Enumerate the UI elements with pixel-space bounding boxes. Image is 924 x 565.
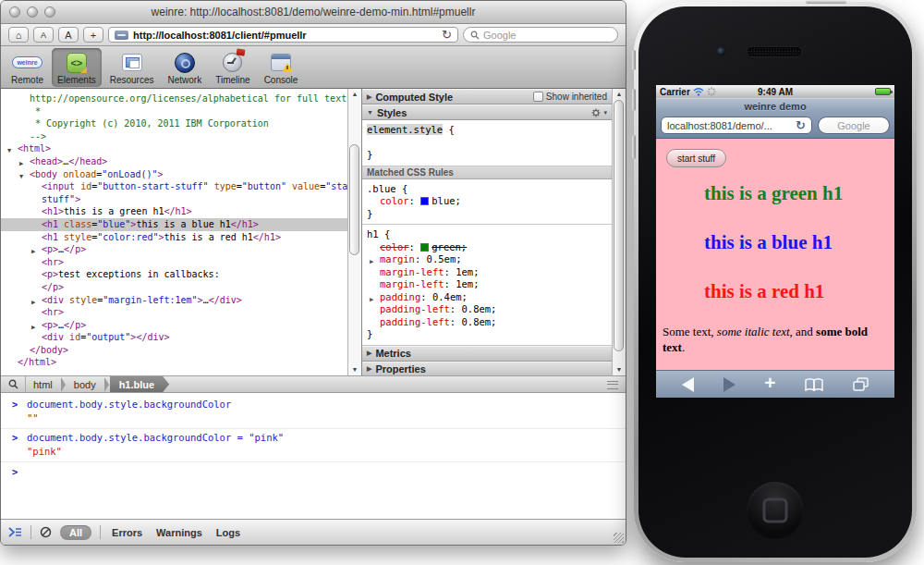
css-property[interactable]: ▶padding: 0.4em; (367, 291, 607, 304)
forward-icon[interactable] (723, 377, 736, 392)
breadcrumb-item-h1.blue[interactable]: h1.blue (110, 376, 170, 392)
new-tab-button[interactable]: + (83, 27, 103, 43)
mobile-address-text: localhost:8081/demo/... (667, 120, 772, 131)
toolbar-button-timeline[interactable]: Timeline (210, 48, 255, 87)
filter-all[interactable]: All (60, 525, 91, 540)
bookmarks-icon[interactable] (805, 378, 823, 391)
home-button-phone[interactable] (747, 482, 804, 539)
css-property[interactable]: margin-left: 1em; (367, 278, 607, 291)
styles-gear-button[interactable]: ▾ (591, 108, 607, 117)
home-button[interactable]: ⌂ (8, 27, 29, 43)
css-rule-selector[interactable]: h1 { (367, 228, 607, 241)
breadcrumb-item-html[interactable]: html (26, 376, 60, 392)
css-property[interactable]: color: blue; (367, 195, 607, 208)
tree-node[interactable]: ▶<p>…</p> (1, 243, 347, 256)
tree-node[interactable]: <div id="output"></div> (1, 331, 347, 344)
css-property[interactable]: padding-left: 0.8em; (367, 316, 607, 329)
toolbar-button-resources[interactable]: Resources (104, 48, 160, 87)
filter-errors[interactable]: Errors (109, 527, 145, 538)
css-property-value: 1em; (456, 278, 479, 289)
close-window-button[interactable] (9, 6, 20, 18)
tree-node[interactable]: <p>test exceptions in callbacks: (1, 268, 347, 281)
tree-node[interactable]: <hr> (1, 306, 347, 319)
volume-down-button[interactable] (632, 135, 636, 159)
toolbar-button-network[interactable]: Network (163, 48, 208, 87)
pages-icon[interactable] (853, 377, 869, 391)
filter-logs[interactable]: Logs (213, 527, 243, 538)
breadcrumb-item-body[interactable]: body (67, 376, 103, 392)
search-input[interactable]: Google (463, 27, 618, 43)
tree-node[interactable]: <input id="button-start-stuff" type="but… (1, 180, 347, 193)
zoom-window-button[interactable] (44, 6, 55, 18)
tree-node[interactable]: </body> (1, 344, 347, 357)
power-button[interactable] (806, 0, 846, 4)
tree-node[interactable]: * Copyright (c) 2010, 2011 IBM Corporati… (1, 117, 347, 130)
toolbar-button-console[interactable]: Console (259, 48, 304, 87)
tree-node[interactable]: </html> (1, 356, 347, 369)
phone-face: Carrier 9:49 AM weinre demo localhost:80… (638, 6, 912, 558)
tree-node[interactable]: http://opensource.org/licenses/alphabeti… (1, 92, 347, 105)
window-resize-grip[interactable] (614, 533, 624, 543)
tree-node[interactable]: </p> (1, 281, 347, 294)
address-input[interactable]: http://localhost:8081/client/#pmuellr ↻ (108, 27, 458, 43)
mobile-reload-icon[interactable]: ↻ (796, 118, 806, 132)
tree-node[interactable]: <h1 class="blue">this is a blue h1</h1> (1, 218, 347, 231)
styles-sidebar: ▶ Computed Style Show inherited ▼ Styles… (361, 89, 612, 375)
font-smaller-button[interactable]: A (33, 27, 54, 43)
scroll-down-icon[interactable]: ▼ (348, 365, 361, 375)
filter-warnings[interactable]: Warnings (153, 527, 205, 538)
scrollbar-thumb[interactable] (349, 144, 359, 255)
clear-console-icon[interactable] (40, 526, 52, 538)
css-property[interactable]: color: green; (367, 241, 607, 254)
sidebar-section-metrics[interactable]: ▶Metrics (362, 346, 612, 362)
styles-scrollbar[interactable]: ▲ ▼ (612, 89, 626, 375)
tree-node[interactable]: ▶<div style="margin-left:1em">…</div> (1, 294, 347, 307)
volume-up-button[interactable] (632, 89, 636, 111)
start-stuff-button[interactable]: start stuff (666, 149, 726, 167)
mobile-address-input[interactable]: localhost:8081/demo/... ↻ (661, 117, 812, 134)
css-property-name: margin-left (380, 266, 444, 277)
show-inherited-checkbox[interactable] (533, 92, 543, 102)
element-style-rule[interactable]: element.style { } (362, 120, 612, 166)
tree-node[interactable]: <h1 style="color:red">this is a red h1</… (1, 231, 347, 244)
minimize-window-button[interactable] (27, 6, 38, 18)
css-property[interactable]: padding-left: 0.8em; (367, 303, 607, 316)
tree-scrollbar[interactable]: ▲ ▼ (347, 89, 361, 375)
tree-node[interactable]: ▼<html> (1, 142, 347, 155)
font-larger-button[interactable]: A (58, 27, 79, 43)
css-rule-selector[interactable]: .blue { (367, 183, 607, 196)
tree-node[interactable]: stuff"> (1, 193, 347, 206)
tree-node[interactable]: --> (1, 130, 347, 143)
reload-icon[interactable]: ↻ (442, 28, 452, 42)
window-titlebar[interactable]: weinre: http://localhost:8081/demo/weinr… (1, 1, 626, 24)
add-bookmark-icon[interactable]: + (764, 374, 775, 392)
tree-node[interactable]: * (1, 105, 347, 118)
sidebar-section-properties[interactable]: ▶Properties (362, 362, 612, 376)
tree-node[interactable]: ▶<p>…</p> (1, 319, 347, 332)
tree-node[interactable]: ▶<head>…</head> (1, 155, 347, 168)
back-icon[interactable] (682, 377, 694, 392)
console-result: "pink" (1, 446, 626, 458)
styles-section[interactable]: ▼ Styles ▾ (362, 104, 612, 120)
scroll-down-icon[interactable]: ▼ (613, 365, 626, 375)
mute-switch[interactable] (632, 50, 636, 70)
toolbar-button-elements[interactable]: <>Elements (52, 48, 102, 87)
toolbar-button-remote[interactable]: weinreRemote (6, 48, 49, 87)
console-resize-handle[interactable] (607, 381, 618, 389)
tree-node[interactable]: ▼<body onload="onLoad()"> (1, 168, 347, 181)
css-property[interactable]: ▶margin: 0.5em; (367, 253, 607, 266)
element-style-selector[interactable]: element.style (367, 124, 443, 135)
scroll-up-icon[interactable]: ▲ (613, 90, 626, 99)
toggle-console-icon[interactable] (8, 527, 22, 537)
scrollbar-thumb[interactable] (614, 100, 624, 351)
mobile-search-input[interactable]: Google (818, 117, 890, 134)
console-drawer[interactable]: >document.body.style.backgroundColor"">d… (1, 393, 626, 519)
search-nodes-button[interactable] (1, 376, 26, 392)
css-property[interactable]: margin-left: 1em; (367, 266, 607, 279)
scroll-up-icon[interactable]: ▲ (348, 90, 361, 99)
elements-panel: http://opensource.org/licenses/alphabeti… (1, 89, 626, 375)
computed-style-section[interactable]: ▶ Computed Style Show inherited (362, 89, 612, 104)
divider (30, 525, 31, 539)
tree-node[interactable]: <h1>this is a green h1</h1> (1, 205, 347, 218)
tree-node[interactable]: <hr> (1, 256, 347, 269)
